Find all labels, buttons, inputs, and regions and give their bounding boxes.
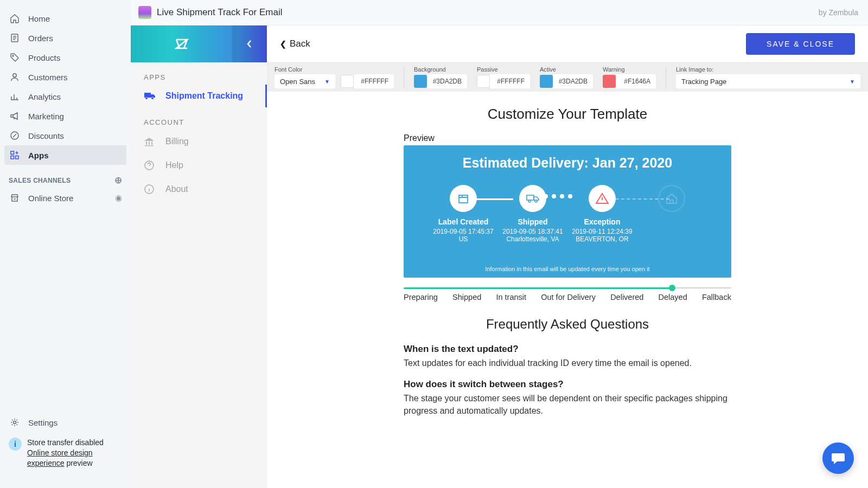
- stage-exception: Exception 2019-09-11 12:24:39 BEAVERTON,…: [567, 185, 637, 243]
- passive-color-field[interactable]: #FFFFFF: [477, 74, 530, 88]
- sidebar-shipment-tracking[interactable]: Shipment Tracking: [131, 85, 267, 107]
- svg-rect-4: [11, 151, 14, 155]
- stage-label-preparing[interactable]: Preparing: [404, 293, 438, 301]
- stage-label-shipped[interactable]: Shipped: [452, 293, 481, 301]
- nav-orders[interactable]: Orders: [0, 28, 131, 48]
- font-color-label: Font Color: [275, 66, 394, 73]
- stage-label-delayed[interactable]: Delayed: [659, 293, 687, 301]
- faq-title: Frequently Asked Questions: [404, 317, 731, 332]
- home-icon: [9, 12, 21, 24]
- nav-marketing-label: Marketing: [28, 112, 64, 121]
- active-label: Active: [540, 66, 593, 73]
- user-icon: [9, 71, 21, 83]
- preview-card: Estimated Delivery: Jan 27, 2020 Label C…: [404, 145, 731, 278]
- nav-orders-label: Orders: [28, 34, 53, 43]
- nav-customers[interactable]: Customers: [0, 67, 131, 87]
- faq-answer: Text updates for each individual trackin…: [404, 357, 731, 369]
- nav-customers-label: Customers: [28, 73, 68, 82]
- stage-shipped: Shipped 2019-09-05 18:37:41 Charlottesvi…: [498, 185, 567, 243]
- house-icon: [658, 185, 685, 212]
- background-label: Background: [414, 66, 467, 73]
- svg-rect-5: [16, 156, 19, 159]
- collapse-sidebar-button[interactable]: [232, 25, 267, 62]
- gear-icon: [9, 416, 21, 428]
- svg-point-7: [14, 421, 16, 424]
- svg-rect-11: [527, 195, 534, 200]
- alert-title: Store transfer disabled: [27, 438, 122, 448]
- chevron-down-icon: ▼: [324, 79, 330, 85]
- preview-icon[interactable]: ◉: [115, 193, 122, 203]
- font-select[interactable]: Open Sans▼: [275, 74, 335, 88]
- sidebar-about[interactable]: About: [131, 177, 267, 201]
- shipment-tracking-label: Shipment Tracking: [165, 91, 243, 101]
- megaphone-icon: [9, 110, 21, 122]
- sidebar-help[interactable]: Help: [131, 153, 267, 177]
- alert-suffix: preview: [65, 459, 93, 467]
- admin-sidebar: Home Orders Products Customers Analytics…: [0, 0, 131, 488]
- nav-settings-label: Settings: [28, 418, 58, 427]
- stage-slider[interactable]: [404, 285, 731, 291]
- nav-products-label: Products: [28, 53, 60, 62]
- template-toolbar: Font Color Open Sans▼ #FFFFFF Background…: [267, 62, 868, 92]
- preview-label: Preview: [404, 133, 731, 143]
- sidebar-billing[interactable]: Billing: [131, 130, 267, 153]
- orders-icon: [9, 32, 21, 44]
- nav-analytics-label: Analytics: [28, 92, 61, 101]
- store-icon: [9, 192, 21, 204]
- box-icon: [450, 185, 477, 212]
- back-button[interactable]: ❮Back: [280, 38, 310, 49]
- svg-point-1: [12, 55, 14, 56]
- topbar: Live Shipment Track For Email by Zembula: [131, 0, 868, 25]
- chat-widget[interactable]: [822, 442, 854, 474]
- nav-discounts[interactable]: Discounts: [0, 126, 131, 145]
- chevron-down-icon: ▼: [850, 79, 855, 85]
- warning-color-field[interactable]: #F1646A: [603, 74, 656, 88]
- nav-analytics[interactable]: Analytics: [0, 87, 131, 106]
- nav-online-store[interactable]: Online Store◉: [0, 188, 131, 208]
- svg-rect-6: [11, 156, 14, 159]
- info-icon: i: [9, 438, 22, 451]
- stage-home: [637, 185, 706, 217]
- stage-label-in-transit[interactable]: In transit: [496, 293, 526, 301]
- app-title: Live Shipment Track For Email: [157, 7, 282, 18]
- stage-label-fallback[interactable]: Fallback: [702, 293, 731, 301]
- faq-question: How does it switch between stages?: [404, 379, 731, 390]
- active-color-field[interactable]: #3DA2DB: [540, 74, 593, 88]
- discount-icon: [9, 130, 21, 142]
- nav-discounts-label: Discounts: [28, 131, 64, 140]
- nav-marketing[interactable]: Marketing: [0, 106, 131, 126]
- stage-label-delivered[interactable]: Delivered: [610, 293, 643, 301]
- link-image-select[interactable]: Tracking Page▼: [676, 74, 860, 88]
- nav-apps[interactable]: Apps: [4, 145, 126, 165]
- sales-channels-header: SALES CHANNELS⊕: [0, 165, 131, 188]
- tag-icon: [9, 52, 21, 63]
- billing-label: Billing: [165, 137, 189, 146]
- info-circle-icon: [144, 184, 156, 195]
- svg-point-2: [13, 74, 16, 77]
- stage-label-created: Label Created 2019-09-05 17:45:37 US: [429, 185, 498, 243]
- add-channel-icon[interactable]: ⊕: [114, 175, 122, 186]
- save-close-button[interactable]: SAVE & CLOSE: [746, 33, 855, 55]
- nav-apps-label: Apps: [28, 151, 49, 160]
- background-color-field[interactable]: #3DA2DB: [414, 74, 467, 88]
- stage-labels-row: Preparing Shipped In transit Out for Del…: [404, 293, 731, 301]
- font-color-field[interactable]: #FFFFFF: [341, 74, 394, 88]
- bank-icon: [144, 136, 156, 147]
- faq-answer: The stage your customer sees will be dep…: [404, 392, 731, 417]
- svg-rect-10: [459, 195, 468, 203]
- app-author: by Zembula: [819, 8, 858, 17]
- nav-products[interactable]: Products: [0, 48, 131, 67]
- zembula-logo-icon: [131, 34, 232, 54]
- nav-home-label: Home: [28, 14, 50, 23]
- stage-label-out[interactable]: Out for Delivery: [541, 293, 596, 301]
- estimated-delivery: Estimated Delivery: Jan 27, 2020: [414, 155, 720, 171]
- slider-thumb[interactable]: [669, 285, 675, 291]
- nav-settings[interactable]: Settings: [0, 413, 131, 432]
- nav-online-store-label: Online Store: [28, 194, 73, 203]
- apps-icon: [9, 149, 21, 161]
- analytics-icon: [9, 91, 21, 102]
- customize-title: Customize Your Template: [267, 92, 868, 133]
- apps-section-label: APPS: [131, 62, 267, 85]
- app-icon: [138, 6, 151, 19]
- nav-home[interactable]: Home: [0, 9, 131, 28]
